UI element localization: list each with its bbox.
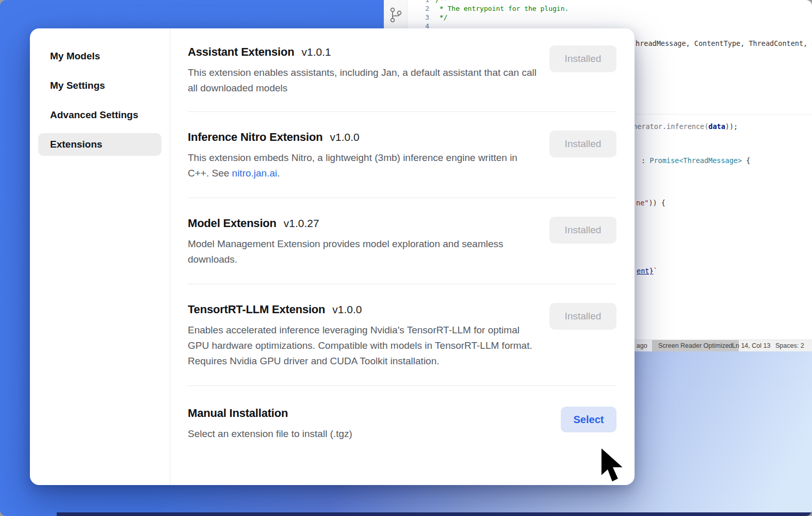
sidebar-item-my-models[interactable]: My Models [38, 45, 161, 68]
sidebar-item-my-settings[interactable]: My Settings [38, 74, 161, 97]
background-bottom-strip [57, 512, 812, 516]
sidebar-item-advanced-settings[interactable]: Advanced Settings [38, 104, 161, 126]
settings-sidebar: My Models My Settings Advanced Settings … [30, 28, 170, 485]
extension-row-model: Model Extension v1.0.27 Model Management… [188, 198, 616, 284]
extension-description: This extension embeds Nitro, a lightweig… [188, 150, 539, 181]
extension-version: v1.0.0 [332, 303, 362, 316]
settings-modal: My Models My Settings Advanced Settings … [30, 28, 635, 485]
code-import-line: hreadMessage, ContentType, ThreadContent… [636, 39, 812, 48]
installed-button: Installed [549, 131, 616, 157]
extension-name: Inference Nitro Extension [188, 131, 323, 144]
line-number: 1 [408, 0, 429, 4]
sidebar-item-extensions[interactable]: Extensions [38, 133, 161, 156]
extension-name: TensortRT-LLM Extension [188, 303, 325, 316]
extensions-panel: Assistant Extension v1.0.1 This extensio… [170, 28, 635, 485]
extension-version: v1.0.27 [284, 217, 319, 230]
extension-description: Model Management Extension provides mode… [188, 236, 539, 267]
code-template-line: ent}` [637, 267, 658, 276]
select-button[interactable]: Select [561, 407, 616, 432]
extension-description: This extension enables assistants, inclu… [188, 65, 539, 96]
screen: 1 2 3 4 /** * The entrypoint for the plu… [0, 0, 812, 516]
extension-description: Enables accelerated inference leveraging… [188, 322, 539, 369]
manual-installation-description: Select an extension file to install (.tg… [188, 426, 352, 442]
extension-name: Model Extension [188, 217, 277, 230]
status-cursor-position[interactable]: Ln 14, Col 13 [732, 340, 770, 351]
status-indentation[interactable]: Spaces: 2 [775, 340, 804, 351]
code-comment-block[interactable]: /** * The entrypoint for the plugin. */ [435, 0, 569, 22]
mouse-cursor [598, 448, 628, 482]
extension-version: v1.0.1 [301, 46, 331, 58]
installed-button: Installed [549, 45, 616, 72]
extension-version: v1.0.0 [330, 131, 360, 143]
line-number-gutter: 1 2 3 4 [408, 0, 429, 30]
installed-button: Installed [549, 303, 616, 330]
code-condition-line: ne")) { [636, 199, 665, 207]
nitro-jan-ai-link[interactable]: nitro.jan.ai [232, 168, 278, 179]
code-inference-line: nerator.inference(data)); [633, 122, 738, 131]
manual-installation-title: Manual Installation [188, 407, 288, 420]
extension-row-tensorrt: TensortRT-LLM Extension v1.0.0 Enables a… [188, 284, 616, 386]
editor-divider-line [611, 114, 812, 115]
line-number: 2 [408, 4, 429, 13]
git-branch-icon[interactable] [388, 5, 403, 25]
extension-name: Assistant Extension [188, 45, 294, 59]
status-screen-reader-badge[interactable]: Screen Reader Optimized [652, 340, 739, 351]
manual-installation-row: Manual Installation Select an extension … [188, 386, 616, 442]
extension-row-assistant: Assistant Extension v1.0.1 This extensio… [188, 28, 616, 112]
line-number: 3 [408, 13, 429, 22]
code-promise-line: : Promise<ThreadMessage> { [641, 156, 750, 165]
installed-button: Installed [549, 217, 616, 244]
extension-row-nitro: Inference Nitro Extension v1.0.0 This ex… [188, 112, 616, 198]
